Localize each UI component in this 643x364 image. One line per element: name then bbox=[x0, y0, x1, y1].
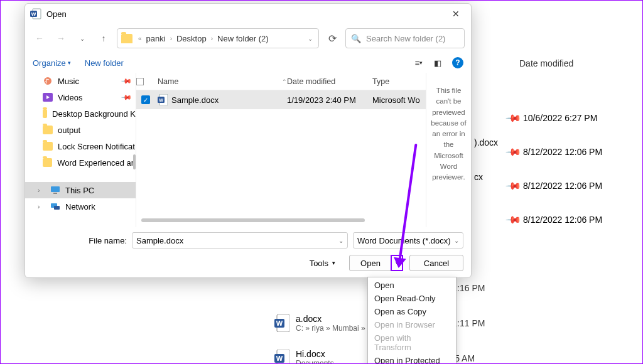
column-date[interactable]: Date modified bbox=[287, 77, 372, 86]
menu-open-browser: Open in Browser bbox=[368, 318, 456, 331]
breadcrumb[interactable]: « panki › Desktop › New folder (2) ⌄ bbox=[117, 28, 319, 48]
tree-item-this-pc[interactable]: ›This PC bbox=[25, 182, 136, 198]
tree-scrollbar[interactable] bbox=[133, 154, 136, 169]
tree-item-folder[interactable]: Word Experienced an bbox=[25, 154, 136, 171]
title-bar: W Open ✕ bbox=[25, 4, 471, 24]
nav-recent-button[interactable]: ⌄ bbox=[74, 30, 90, 46]
tree-item-folder[interactable]: Lock Screen Notificat bbox=[25, 138, 136, 154]
svg-text:W: W bbox=[276, 319, 283, 327]
folder-icon bbox=[43, 158, 52, 167]
sort-indicator-icon: ⌃ bbox=[282, 78, 287, 85]
pc-icon bbox=[50, 186, 60, 195]
view-list-button[interactable]: ≡ ▾ bbox=[411, 55, 427, 71]
column-name[interactable]: Name⌃ bbox=[155, 77, 287, 86]
navigation-tree: Music📌 Videos📌 Desktop Background K outp… bbox=[25, 73, 136, 227]
videos-icon bbox=[43, 93, 53, 102]
help-button[interactable]: ? bbox=[452, 57, 463, 68]
menu-open-transform: Open with Transform bbox=[368, 331, 456, 354]
pin-icon: 📌 bbox=[503, 141, 525, 163]
file-name-input[interactable]: Sample.docx⌄ bbox=[132, 232, 348, 249]
select-all-checkbox[interactable] bbox=[136, 78, 144, 85]
search-input[interactable]: 🔍 Search New folder (2) bbox=[345, 28, 465, 48]
menu-open-copy[interactable]: Open as Copy bbox=[368, 305, 456, 318]
folder-icon bbox=[43, 126, 53, 134]
svg-text:W: W bbox=[31, 11, 36, 17]
svg-rect-14 bbox=[54, 206, 60, 210]
svg-rect-11 bbox=[51, 186, 60, 192]
refresh-button[interactable]: ⟳ bbox=[324, 30, 340, 46]
file-type-filter[interactable]: Word Documents (*.docx)⌄ bbox=[353, 232, 463, 249]
cancel-button[interactable]: Cancel bbox=[409, 255, 463, 271]
folder-icon bbox=[43, 109, 47, 118]
chevron-right-icon: « bbox=[136, 35, 144, 42]
word-doc-icon: W bbox=[274, 314, 289, 332]
new-folder-button[interactable]: New folder bbox=[85, 58, 124, 68]
tree-item-music[interactable]: Music📌 bbox=[25, 73, 136, 89]
pin-icon: 📌 bbox=[503, 209, 525, 231]
svg-rect-12 bbox=[53, 193, 57, 194]
close-button[interactable]: ✕ bbox=[446, 9, 466, 19]
chevron-right-icon[interactable]: › bbox=[38, 187, 45, 194]
svg-text:W: W bbox=[159, 98, 163, 102]
svg-text:W: W bbox=[276, 355, 283, 362]
horizontal-scrollbar[interactable] bbox=[141, 216, 421, 225]
file-date: 1/19/2023 2:40 PM bbox=[287, 95, 372, 105]
open-dialog: W Open ✕ ← → ⌄ ↑ « panki › Desktop › New… bbox=[24, 3, 472, 278]
file-row[interactable]: ✓ W Sample.docx 1/19/2023 2:40 PM Micros… bbox=[136, 90, 426, 109]
folder-icon bbox=[121, 34, 132, 43]
tree-item-network[interactable]: ›Network bbox=[25, 198, 136, 215]
open-dropdown-menu: Open Open Read-Only Open as Copy Open in… bbox=[367, 277, 457, 364]
word-doc-icon: W bbox=[158, 94, 168, 105]
tools-button[interactable]: Tools▾ bbox=[310, 259, 335, 268]
search-placeholder: Search New folder (2) bbox=[366, 34, 445, 43]
file-checkbox[interactable]: ✓ bbox=[141, 95, 150, 104]
tree-item-folder[interactable]: Desktop Background K bbox=[25, 105, 136, 122]
chevron-right-icon[interactable]: › bbox=[38, 203, 45, 210]
file-type: Microsoft Wo bbox=[372, 95, 426, 105]
pin-icon: 📌 bbox=[503, 175, 525, 197]
tree-item-videos[interactable]: Videos📌 bbox=[25, 89, 136, 105]
nav-up-button[interactable]: ↑ bbox=[95, 30, 112, 46]
dialog-title: Open bbox=[46, 9, 446, 19]
file-name-label: File name: bbox=[33, 236, 127, 245]
pin-icon: 📌 bbox=[503, 107, 525, 129]
organize-button[interactable]: Organize▾ bbox=[33, 58, 71, 68]
menu-open-protected[interactable]: Open in Protected View bbox=[368, 354, 456, 364]
music-icon bbox=[43, 77, 53, 85]
chevron-down-icon[interactable]: ⌄ bbox=[306, 35, 315, 42]
pin-icon: 📌 bbox=[120, 91, 132, 103]
nav-back-button[interactable]: ← bbox=[31, 30, 48, 46]
nav-forward-button[interactable]: → bbox=[53, 30, 69, 46]
pin-icon: 📌 bbox=[120, 75, 132, 87]
tree-item-folder[interactable]: output bbox=[25, 122, 136, 138]
chevron-down-icon[interactable]: ⌄ bbox=[454, 237, 459, 244]
menu-open[interactable]: Open bbox=[368, 279, 456, 292]
chevron-right-icon: › bbox=[168, 35, 174, 42]
list-header: Name⌃ Date modified Type bbox=[136, 73, 426, 90]
preview-pane-button[interactable]: ◧ bbox=[430, 55, 446, 71]
file-name: Sample.docx bbox=[171, 95, 219, 105]
menu-open-readonly[interactable]: Open Read-Only bbox=[368, 292, 456, 305]
chevron-down-icon[interactable]: ⌄ bbox=[338, 237, 343, 244]
search-icon: 🔍 bbox=[351, 34, 361, 43]
word-app-icon: W bbox=[30, 8, 41, 19]
preview-pane: This file can't be previewed because of … bbox=[426, 73, 471, 227]
column-type[interactable]: Type bbox=[372, 77, 426, 86]
network-icon bbox=[50, 202, 60, 211]
word-doc-icon: W bbox=[274, 350, 289, 364]
chevron-right-icon: › bbox=[209, 35, 215, 42]
folder-icon bbox=[43, 142, 53, 151]
bg-column-date-modified: Date modified bbox=[519, 58, 613, 68]
